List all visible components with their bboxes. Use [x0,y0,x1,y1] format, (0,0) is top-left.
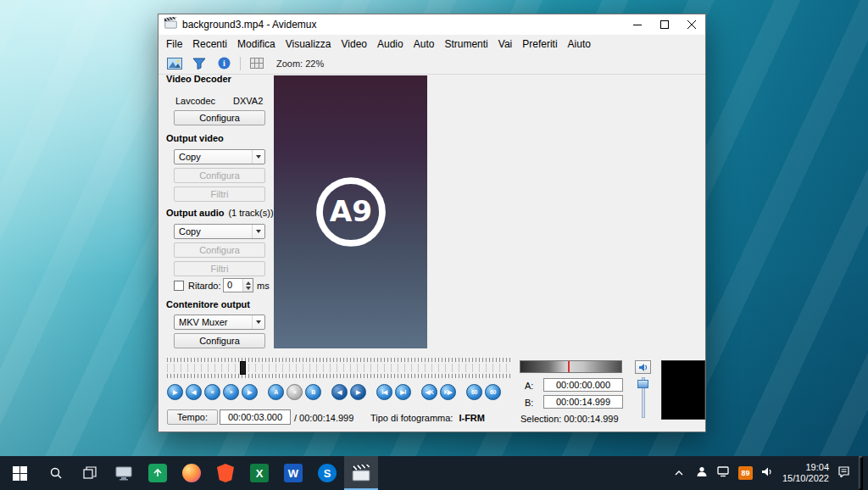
tempo-button[interactable]: Tempo: [167,409,218,425]
task-view-button[interactable] [73,456,107,490]
set-marker-b-button[interactable]: B [305,384,321,400]
desktop: background3.mp4 - Avidemux FileRecentiMo… [0,0,868,490]
search-button[interactable] [39,456,73,490]
svg-text:A9: A9 [329,194,372,228]
avidemux-taskbar-button[interactable] [344,456,378,490]
timeline-handle[interactable] [240,361,246,375]
tray-expand-icon[interactable] [670,470,687,476]
delay-value: 0 [224,279,242,292]
close-button[interactable] [678,14,705,35]
windows-logo-icon [13,466,27,481]
window-title: background3.mp4 - Avidemux [182,19,317,31]
network-icon[interactable] [716,465,730,481]
frame-type-value: I-FRM [459,413,485,423]
show-desktop-button[interactable] [859,456,863,490]
timeline-slider[interactable] [167,357,513,379]
menu-item[interactable]: Video [337,36,372,52]
delay-unit-label: ms [257,281,270,291]
output-container-label: Contenitore output [166,299,250,309]
browser-icon[interactable] [175,456,209,490]
marker-b-label: B: [525,398,533,408]
stop-button[interactable]: × [287,384,303,400]
skype-icon[interactable]: S [310,456,344,490]
maximize-button[interactable] [651,14,678,35]
chevron-down-icon [252,225,264,238]
transport-button-glyph: « [211,389,214,395]
open-image-icon[interactable] [164,55,185,72]
next-keyframe-button[interactable]: K▶ [440,384,456,400]
video-decoder-label: Video Decoder [166,74,231,84]
menu-item[interactable]: Auto [409,36,440,52]
battery-percentage-badge[interactable]: 89 [738,466,753,480]
volume-handle[interactable] [637,380,648,388]
previous-frame-button[interactable]: ◀ [186,384,202,400]
menu-item[interactable]: Audio [372,36,409,52]
people-icon[interactable] [696,465,708,481]
zoom-label: Zoom: 22% [276,58,324,69]
volume-icon[interactable] [761,465,774,481]
transport-button-glyph: K▶ [444,389,452,395]
back-60-button[interactable]: 60 [466,384,482,400]
green-app-icon[interactable] [141,456,175,490]
spinner-arrows-icon[interactable] [242,279,253,292]
filter-icon[interactable] [189,55,209,72]
start-button[interactable] [0,456,39,490]
forward-60-button[interactable]: 60 [485,384,501,400]
clock-time: 19:04 [782,462,829,473]
play-button[interactable]: ▶ [167,384,183,400]
minimize-button[interactable] [624,14,651,35]
menu-item[interactable]: Recenti [187,36,232,52]
chevron-down-icon [252,315,264,329]
video-output-select[interactable]: Copy [174,149,265,164]
current-time-field[interactable]: 00:00:03.000 [220,409,291,425]
delay-label: Ritardo: [188,281,221,291]
transport-button-glyph: » [230,389,232,395]
transport-controls: ▶ ◀ « » ▶ A [167,384,501,400]
menubar: FileRecentiModificaVisualizzaVideoAudioA… [159,35,705,53]
output-video-label: Output video [166,133,224,143]
transport-button-glyph: ◀ [192,389,196,395]
next-black-frame-button[interactable]: ▶ [350,384,366,400]
menu-item[interactable]: Visualizza [281,36,337,52]
previous-black-frame-button[interactable]: ◀ [331,384,348,400]
duration-label: / 00:00:14.999 [294,413,353,423]
fast-backward-button[interactable]: « [204,384,220,400]
monitor-app-icon[interactable] [107,456,141,490]
brave-icon[interactable] [209,456,242,490]
first-frame-button[interactable]: I◀ [376,384,392,400]
menu-item[interactable]: Aiuto [563,36,596,52]
set-marker-a-button[interactable]: A [268,384,284,400]
frame-type: Tipo di fotogramma: I-FRM [370,413,485,423]
muxer-select[interactable]: MKV Muxer [174,315,265,330]
taskbar-clock[interactable]: 19:04 15/10/2022 [782,462,829,484]
audio-output-value: Copy [179,226,201,237]
menu-item[interactable]: File [161,36,187,52]
avidemux-window: background3.mp4 - Avidemux FileRecentiMo… [158,14,706,432]
next-frame-button[interactable]: ▶ [242,384,258,400]
frames-icon[interactable] [247,55,267,72]
toolbar: i Zoom: 22% [159,53,705,75]
excel-icon[interactable]: X [242,456,276,490]
fast-forward-button[interactable]: » [223,384,239,400]
notification-center-icon[interactable] [837,465,850,481]
menu-item[interactable]: Vai [493,36,517,52]
video-filters-button: Filtri [174,187,265,202]
last-frame-button[interactable]: ▶I [395,384,411,400]
mute-button[interactable] [635,360,651,374]
info-icon[interactable]: i [214,55,234,72]
selection-bar[interactable] [520,360,622,373]
delay-spinner[interactable]: 0 [223,278,253,292]
marker-a-label: A: [525,381,533,391]
selection-duration-label: Selection: 00:00:14.999 [520,414,619,424]
menu-item[interactable]: Modifica [232,36,281,52]
menu-item[interactable]: Strumenti [439,36,492,52]
transport-button-glyph: I◀ [381,389,387,395]
muxer-configure-button[interactable]: Configura [174,333,265,348]
video-logo: A9 [314,175,387,248]
delay-checkbox[interactable] [174,281,184,291]
word-icon[interactable]: W [276,456,310,490]
audio-output-select[interactable]: Copy [174,224,265,239]
previous-keyframe-button[interactable]: ◀K [421,384,437,400]
menu-item[interactable]: Preferiti [517,36,562,52]
video-decoder-configure-button[interactable]: Configura [174,110,265,125]
